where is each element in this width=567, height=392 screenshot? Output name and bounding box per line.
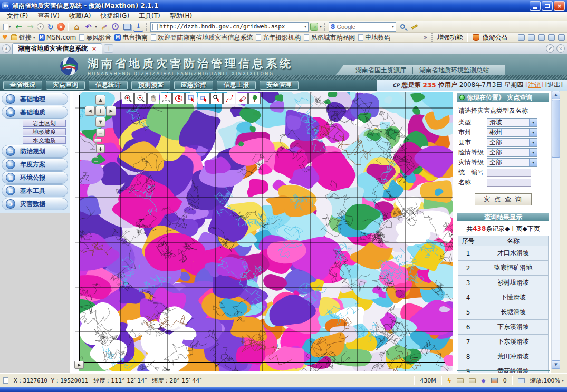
image-blocker-icon[interactable] xyxy=(491,378,498,383)
map-scale-query-button[interactable]: ? xyxy=(160,93,172,104)
result-name-link[interactable]: 下东溪滑坡 xyxy=(478,320,549,335)
sidebar-item-basic-tools[interactable]: ▩ 基本工具 xyxy=(2,184,68,197)
nav-province-overview[interactable]: 全省概况 xyxy=(3,81,42,90)
org-link-land-resources[interactable]: 湖南省国土资源厅 xyxy=(349,66,412,75)
name-input[interactable] xyxy=(487,179,531,187)
sidebar-item-prevention-planning[interactable]: ▤ 防治规划 xyxy=(2,145,68,158)
result-name-link[interactable]: 衫树垅滑坡 xyxy=(478,276,549,290)
tab-settings-button[interactable] xyxy=(546,44,554,53)
zoom-slider-handle[interactable] xyxy=(94,139,102,142)
boost-icon[interactable]: ϟ xyxy=(447,377,452,385)
go-button[interactable]: → xyxy=(310,23,318,31)
chevron-down-icon[interactable]: ▾ xyxy=(529,149,537,156)
chevron-down-icon[interactable]: ▾ xyxy=(529,129,537,136)
result-name-link[interactable]: 长塘滑坡 xyxy=(478,305,549,320)
new-page-button[interactable]: ▾ xyxy=(2,22,12,32)
search-engine-dropdown-icon[interactable]: ▾ xyxy=(392,24,394,29)
bookmark-city[interactable]: 觅路城市精品网 xyxy=(304,33,355,42)
history-dropdown-button[interactable]: ▾ xyxy=(37,23,44,30)
geological-map-canvas[interactable] xyxy=(73,92,453,371)
split-view-button[interactable] xyxy=(122,22,132,32)
zoom-slider-plus-button[interactable]: + xyxy=(96,144,105,153)
bookmark-hunan-geo[interactable]: 欢迎登陆湖南省地质灾害信息系统 xyxy=(151,33,253,42)
result-name-link[interactable]: 骆家恒矿滑地 xyxy=(478,261,549,276)
sidebar-sub-hydrogeology[interactable]: 水文地质 xyxy=(23,136,66,144)
disaster-level-select[interactable]: 全部▾ xyxy=(487,158,537,167)
county-select[interactable]: 全部▾ xyxy=(487,138,537,147)
map-identify-button[interactable] xyxy=(210,93,223,104)
bookmark-baofeng[interactable]: 暴风影音 xyxy=(79,33,111,42)
exit-link[interactable]: [退出] xyxy=(545,81,563,90)
filter-button[interactable] xyxy=(99,22,109,32)
prev-page-link[interactable]: ◆上页 xyxy=(505,225,522,232)
org-link-geo-monitor[interactable]: 湖南省地质环境监测总站 xyxy=(413,66,495,75)
active-tab[interactable]: 湖南省地质灾害信息系统 × xyxy=(12,43,102,54)
sidebar-item-basic-geology[interactable]: ▣ 基础地质 xyxy=(2,106,68,119)
logout-link[interactable]: [注销] xyxy=(525,81,543,90)
pan-left-button[interactable]: ◀ xyxy=(85,106,95,116)
bookmark-radio[interactable]: M电台指南 xyxy=(114,33,148,42)
search-input[interactable] xyxy=(337,24,390,30)
window-mode-icon[interactable] xyxy=(518,378,525,383)
google-engine-icon[interactable]: 8 xyxy=(331,23,335,31)
minimize-button[interactable] xyxy=(530,1,541,11)
nav-security-admin[interactable]: 安全管理 xyxy=(260,81,299,90)
map-pan-button[interactable] xyxy=(147,93,159,104)
search-button[interactable] xyxy=(398,22,408,32)
home-button[interactable]: ⌂ xyxy=(72,22,82,32)
tabbar-close-button[interactable]: × xyxy=(556,44,565,53)
favorites-star-button[interactable]: ★ xyxy=(2,44,11,53)
account-icon[interactable] xyxy=(518,34,525,41)
history-button[interactable] xyxy=(110,22,120,32)
map-legend-button[interactable] xyxy=(248,93,261,104)
map-full-extent-button[interactable]: S xyxy=(172,93,185,104)
result-name-link[interactable]: 荒田冲滑坡 xyxy=(478,349,549,364)
map-select-shape-button[interactable] xyxy=(198,93,210,104)
community-icon[interactable] xyxy=(558,34,565,41)
bookmark-msn[interactable]: MMSN.com xyxy=(39,34,76,41)
sidebar-item-disaster-data[interactable]: ◑ 灾害数据 xyxy=(2,198,68,210)
bookmark-zhongdi[interactable]: 中地数码 xyxy=(358,33,390,42)
menu-groups[interactable]: 快捷组(G) xyxy=(95,12,134,21)
favorites-heart-icon[interactable]: ♥ xyxy=(2,34,8,41)
nav-info-report[interactable]: 信息上报 xyxy=(217,81,256,90)
sidebar-item-environment-bulletin[interactable]: ▦ 环境公报 xyxy=(2,171,68,184)
pan-up-button[interactable]: ▲ xyxy=(95,95,105,105)
address-input[interactable] xyxy=(159,23,303,30)
restore-button[interactable] xyxy=(542,1,553,11)
signature-icon[interactable] xyxy=(548,34,555,41)
page-scrollbar[interactable]: ▲ ▼ xyxy=(551,91,560,369)
address-dropdown-icon[interactable]: ▾ xyxy=(304,24,306,29)
menu-view[interactable]: 查看(V) xyxy=(33,12,64,21)
nav-statistics[interactable]: 信息统计 xyxy=(89,81,128,90)
nav-forecast-warning[interactable]: 预测预警 xyxy=(131,81,170,90)
sidebar-sub-rock-soil-zoning[interactable]: 岩土区划 xyxy=(23,120,66,127)
refresh-button[interactable]: ↻ xyxy=(45,22,55,32)
menu-tools[interactable]: 工具(T) xyxy=(134,12,165,21)
maxthon-charity-link[interactable]: 傲游公益 xyxy=(483,33,508,42)
stop-button[interactable]: × xyxy=(57,23,65,31)
nav-disaster-query[interactable]: 灾点查询 xyxy=(46,81,85,90)
unified-number-input[interactable] xyxy=(487,169,531,177)
type-select[interactable]: 滑坡▾ xyxy=(487,118,537,127)
go-dropdown-icon[interactable]: ▾ xyxy=(320,24,322,29)
scroll-up-button[interactable]: ▲ xyxy=(552,91,560,99)
close-button[interactable]: × xyxy=(554,1,565,11)
notes-icon[interactable] xyxy=(538,34,545,41)
bookmarks-overflow-button[interactable]: » xyxy=(424,34,427,41)
back-button[interactable]: ← xyxy=(14,22,24,32)
result-name-link[interactable]: 下懂滑坡 xyxy=(478,290,549,305)
new-tab-button[interactable]: + xyxy=(104,44,113,53)
map-zoom-out-button[interactable] xyxy=(134,93,147,104)
result-name-link[interactable]: 才口水滑坡 xyxy=(478,246,549,261)
menu-help[interactable]: 帮助(H) xyxy=(165,12,197,21)
city-select[interactable]: 郴州▾ xyxy=(487,128,537,137)
inbox-icon[interactable] xyxy=(457,378,464,383)
undo-button[interactable]: ↶ xyxy=(83,22,93,32)
scroll-down-button[interactable]: ▼ xyxy=(552,360,560,369)
chevron-down-icon[interactable]: ▾ xyxy=(529,119,537,126)
pan-right-button[interactable]: ▶ xyxy=(106,106,116,116)
window-list-icon[interactable] xyxy=(528,34,535,41)
pan-center-button[interactable]: + xyxy=(95,106,105,116)
menu-favorites[interactable]: 收藏(A) xyxy=(64,12,96,21)
